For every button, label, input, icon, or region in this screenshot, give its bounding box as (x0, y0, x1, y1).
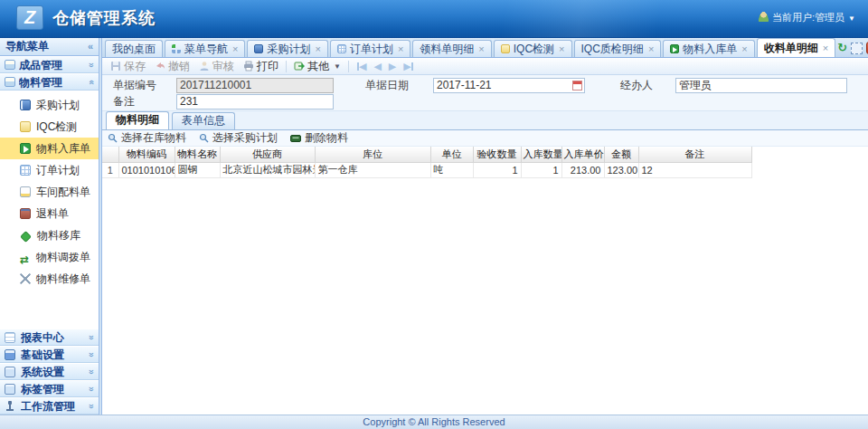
audit-button[interactable]: 审核 (194, 59, 239, 74)
tab-my-desktop[interactable]: 我的桌面 (105, 40, 163, 57)
tab-form-info[interactable]: 表单信息 (172, 112, 235, 129)
sidebar-group-system-settings[interactable]: 系统设置 « (0, 363, 99, 380)
column-header[interactable]: 物料编码 (118, 147, 175, 162)
column-header[interactable]: 入库单价 (561, 147, 604, 162)
column-header[interactable]: 备注 (638, 147, 751, 162)
other-label: 其他 (307, 59, 329, 74)
sidebar-group-label: 物料管理 (19, 74, 89, 91)
tab-label: 我的桌面 (112, 42, 156, 57)
user-icon (759, 12, 769, 22)
column-header[interactable]: 单位 (430, 147, 473, 162)
tab-close-icon[interactable]: × (823, 41, 828, 56)
sidebar-collapse-icon[interactable]: « (88, 38, 93, 55)
column-header[interactable]: 入库数量 (521, 147, 561, 162)
cell-accepted-qty: 1 (473, 162, 521, 177)
monitor-icon (5, 367, 15, 377)
tab-order-plan[interactable]: 订单计划 × (330, 40, 410, 57)
current-user-menu[interactable]: 当前用户:管理员▼ (759, 11, 855, 24)
tab-menu-navigation[interactable]: 菜单导航 × (165, 40, 245, 57)
remark-field[interactable]: 231 (176, 94, 334, 110)
tab-receiving-detail[interactable]: 收料单明细 × (757, 38, 835, 57)
detail-tab-bar: 物料明细 表单信息 (102, 111, 868, 130)
tab-label: 物料入库单 (683, 42, 737, 57)
tab-purchase-plan[interactable]: 采购计划 × (247, 40, 327, 57)
sidebar-item-material-repair[interactable]: 物料维修单 (0, 268, 99, 290)
tab-close-icon[interactable]: × (648, 42, 654, 57)
nav-prev-icon[interactable]: ◀ (373, 61, 381, 72)
chevron-down-icon: « (83, 352, 99, 358)
tab-close-icon[interactable]: × (741, 42, 747, 57)
sidebar-group-label-management[interactable]: 标签管理 « (0, 380, 99, 397)
nav-first-icon[interactable]: ◀ (357, 61, 366, 72)
delete-icon (290, 134, 301, 143)
doc-no-field[interactable]: 201711210001 (176, 78, 334, 93)
sidebar-group-label: 工作流管理 (21, 398, 89, 415)
sidebar-item-iqc-inspection[interactable]: IQC检测 (0, 116, 99, 138)
print-button[interactable]: 打印 (239, 59, 283, 74)
doc-date-label: 单据日期 (365, 78, 409, 93)
record-navigation: ◀ ◀ ▶ ▶ (357, 61, 413, 72)
sidebar-item-material-return[interactable]: 退料单 (0, 203, 99, 224)
tab-close-icon[interactable]: × (478, 42, 484, 57)
tab-close-icon[interactable]: × (232, 42, 238, 57)
tab-material-inbound[interactable]: 物料入库单 × (663, 40, 754, 57)
user-caret-icon: ▼ (848, 14, 855, 23)
column-header[interactable]: 验收数量 (473, 147, 521, 162)
sidebar-item-order-plan[interactable]: 订单计划 (0, 159, 99, 181)
undo-label: 撤销 (168, 59, 190, 74)
sidebar-group-finished-products[interactable]: 成品管理 « (0, 56, 99, 73)
tab-label: 领料单明细 (420, 42, 474, 57)
sidebar-item-workshop-batching[interactable]: 车间配料单 (0, 181, 99, 203)
sidebar-item-material-inbound[interactable]: 物料入库单 (0, 138, 99, 159)
sidebar-group-materials[interactable]: 物料管理 « (0, 73, 99, 91)
save-button[interactable]: 保存 (106, 59, 150, 74)
delete-material-button[interactable]: 删除物料 (290, 130, 348, 146)
tab-material-detail[interactable]: 物料明细 (106, 111, 169, 129)
tab-close-icon[interactable]: × (315, 42, 320, 57)
transfer-icon (20, 252, 31, 262)
select-plan-label: 选择采购计划 (212, 130, 278, 146)
other-menu-button[interactable]: 其他 ▼ (289, 59, 345, 74)
tab-close-icon[interactable]: × (398, 42, 403, 57)
sidebar-group-label: 报表中心 (21, 329, 89, 346)
sidebar: 导航菜单 « 成品管理 « 物料管理 « 采购计划 IQC检测 (0, 38, 99, 415)
column-header[interactable]: 金额 (604, 147, 638, 162)
sidebar-group-basic-settings[interactable]: 基础设置 « (0, 346, 99, 363)
calendar-icon[interactable] (572, 81, 582, 91)
toolbar-separator (348, 61, 349, 72)
chevron-down-icon: « (83, 335, 99, 340)
sidebar-group-report-center[interactable]: 报表中心 « (0, 329, 99, 346)
select-stock-label: 选择在库物料 (121, 130, 186, 146)
cell-amount: 123.00 (604, 162, 638, 177)
doc-date-field[interactable]: 2017-11-21 (433, 78, 585, 93)
remark-label: 备注 (113, 94, 135, 110)
maximize-icon[interactable] (851, 43, 863, 54)
table-row[interactable]: 1 0101010106 圆钢 北京近山松城市园林景观工程有限 第一仓库 吨 1… (102, 162, 751, 177)
tab-label: 收料单明细 (764, 41, 818, 56)
select-stock-material-button[interactable]: 选择在库物料 (108, 130, 186, 146)
sidebar-item-purchase-plan[interactable]: 采购计划 (0, 94, 99, 116)
select-purchase-plan-button[interactable]: 选择采购计划 (199, 130, 278, 146)
sidebar-menu: 采购计划 IQC检测 物料入库单 订单计划 车间配料单 退料单 (0, 91, 99, 329)
column-header[interactable]: 供应商 (220, 147, 315, 162)
tab-requisition-detail[interactable]: 领料单明细 × (412, 40, 491, 57)
return-icon (20, 208, 31, 219)
column-header[interactable]: 物料名称 (175, 147, 220, 162)
tab-iqc-inspection[interactable]: IQC检测 × (494, 40, 572, 57)
column-header[interactable]: 库位 (315, 147, 430, 162)
handler-field[interactable]: 管理员 (675, 78, 847, 93)
sidebar-item-label: 物料入库单 (36, 142, 90, 155)
nav-last-icon[interactable]: ▶ (403, 61, 412, 72)
refresh-icon[interactable]: ↻ (837, 42, 847, 54)
sidebar-group-workflow[interactable]: 工作流管理 « (0, 397, 99, 415)
sidebar-item-material-move[interactable]: 物料移库 (0, 224, 99, 246)
tab-close-icon[interactable]: × (559, 42, 564, 57)
nav-next-icon[interactable]: ▶ (389, 61, 396, 72)
undo-button[interactable]: 撤销 (150, 59, 194, 74)
chevron-down-icon: « (83, 62, 99, 68)
sidebar-item-material-transfer[interactable]: 物料调拨单 (0, 246, 99, 268)
print-label: 打印 (257, 59, 278, 74)
cell-material-name: 圆钢 (175, 162, 220, 177)
row-number-header[interactable] (102, 147, 118, 162)
tab-iqc-quality-detail[interactable]: IQC质检明细 × (574, 40, 662, 57)
